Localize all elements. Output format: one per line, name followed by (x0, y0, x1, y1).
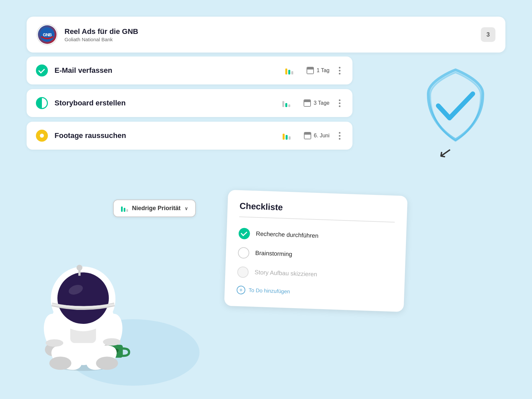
svg-point-22 (46, 339, 63, 347)
task-date: 1 Tag (307, 67, 330, 74)
checklist-item-text: Brainstorming (255, 250, 292, 258)
task-list: E-Mail verfassen 1 Tag Storyboard erstel… (27, 57, 352, 150)
add-icon: + (236, 285, 245, 294)
checklist-card: Checkliste Recherche durchführen Brainst… (224, 190, 408, 312)
task-row[interactable]: Storyboard erstellen 3 Tage (27, 89, 352, 117)
svg-point-18 (58, 272, 109, 324)
project-info: Reel Ads für die GNB Goliath National Ba… (65, 27, 474, 42)
checklist-divider (239, 216, 395, 222)
svg-rect-21 (78, 268, 81, 276)
svg-point-15 (49, 356, 71, 370)
task-more-button[interactable] (336, 98, 343, 108)
task-name: Storyboard erstellen (55, 99, 276, 107)
task-status-yellow-icon[interactable] (36, 130, 48, 142)
task-date: 3 Tage (304, 99, 330, 107)
arrow-down-icon: ↙ (437, 142, 454, 163)
checklist-check-done-icon[interactable] (238, 227, 250, 239)
task-row[interactable]: Footage raussuchen 6. Juni (27, 122, 352, 150)
project-header: GNB Reel Ads für die GNB Goliath Nationa… (27, 17, 505, 53)
priority-bar-icon (282, 99, 290, 107)
svg-point-23 (103, 338, 121, 345)
task-name: E-Mail verfassen (55, 66, 279, 75)
priority-bar-icon (121, 205, 128, 212)
task-status-done-icon[interactable] (36, 65, 48, 76)
calendar-icon (304, 99, 311, 107)
task-more-button[interactable] (336, 66, 343, 76)
task-row[interactable]: E-Mail verfassen 1 Tag (27, 57, 352, 84)
task-name: Footage raussuchen (55, 131, 276, 140)
shield-illustration (419, 66, 492, 148)
checklist-item-text: Recherche durchführen (256, 230, 319, 240)
svg-text:GNB: GNB (43, 32, 52, 37)
logo-text: GNB (38, 25, 57, 44)
svg-point-16 (96, 356, 118, 370)
task-status-half-icon[interactable] (36, 97, 48, 109)
chevron-down-icon: ∨ (185, 206, 188, 211)
checklist-item-text: Story Aufbau skizzieren (254, 269, 317, 278)
calendar-icon (304, 132, 311, 139)
calendar-icon (307, 67, 314, 74)
add-todo-label: To Do hinzufügen (248, 287, 290, 295)
project-subtitle: Goliath National Bank (65, 37, 474, 42)
task-count-badge: 3 (481, 27, 495, 42)
priority-bar-icon (285, 66, 293, 74)
checklist-check-empty-icon[interactable] (238, 247, 249, 258)
priority-bar-icon (283, 132, 291, 140)
astronaut-illustration (20, 233, 146, 372)
project-logo: GNB (37, 24, 58, 45)
task-date: 6. Juni (304, 132, 330, 139)
priority-dropdown[interactable]: Niedrige Priorität ∨ (113, 200, 196, 217)
priority-label: Niedrige Priorität (132, 205, 181, 212)
task-more-button[interactable] (336, 131, 343, 141)
checklist-check-gray-icon[interactable] (237, 266, 249, 278)
project-title: Reel Ads für die GNB (65, 27, 474, 36)
checklist-title: Checkliste (239, 201, 395, 216)
add-todo-button[interactable]: + To Do hinzufügen (236, 285, 392, 299)
